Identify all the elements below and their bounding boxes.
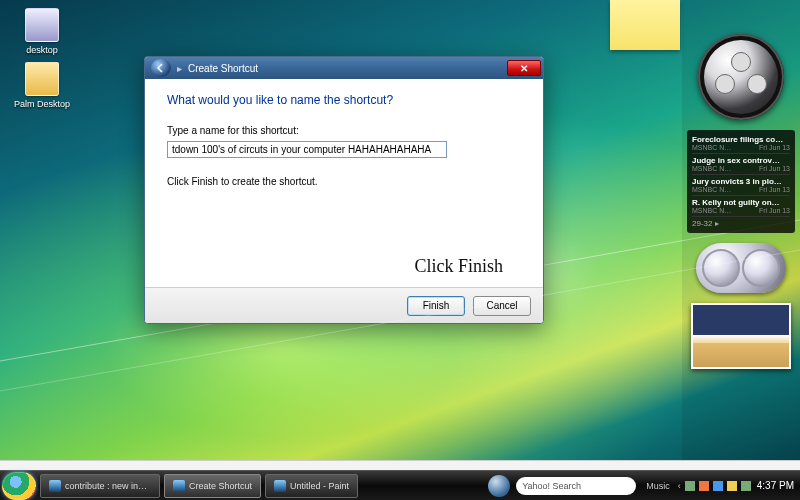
- desktop-icon-palm[interactable]: Palm Desktop: [12, 62, 72, 109]
- taskbar-item-label: Create Shortcut: [189, 481, 252, 491]
- back-button[interactable]: [151, 59, 171, 77]
- taskbar-item[interactable]: contribute : new ins…: [40, 474, 160, 498]
- yahoo-search-input[interactable]: Yahoo! Search: [516, 477, 636, 495]
- create-shortcut-dialog: ▸ Create Shortcut ✕ What would you like …: [144, 56, 544, 324]
- app-icon: [274, 480, 286, 492]
- whitespace-band: [0, 460, 800, 470]
- sidebar: Foreclosure filings co… MSNBC N…Fri Jun …: [682, 0, 800, 460]
- arrow-left-icon: [156, 63, 166, 73]
- shortcut-name-input[interactable]: [167, 141, 447, 158]
- dialog-heading: What would you like to name the shortcut…: [167, 93, 521, 107]
- desktop-icon-desktop[interactable]: desktop: [12, 8, 72, 55]
- titlebar[interactable]: ▸ Create Shortcut ✕: [145, 57, 543, 79]
- app-icon: [49, 480, 61, 492]
- desktop-icon-label: desktop: [12, 45, 72, 55]
- desktop-icon-label: Palm Desktop: [12, 99, 72, 109]
- folder-icon: [25, 8, 59, 42]
- taskbar-clock[interactable]: 4:37 PM: [757, 480, 794, 491]
- feed-headline[interactable]: Foreclosure filings co…: [692, 135, 790, 144]
- handwritten-annotation: Click Finish: [414, 256, 503, 277]
- tray-icon[interactable]: [699, 481, 709, 491]
- field-label: Type a name for this shortcut:: [167, 125, 521, 136]
- feed-headline[interactable]: R. Kelly not guilty on…: [692, 198, 790, 207]
- finish-button[interactable]: Finish: [407, 296, 465, 316]
- cpu-meter-gadget[interactable]: [696, 243, 786, 293]
- feed-item: Judge in sex controv… MSNBC N…Fri Jun 13: [692, 154, 790, 175]
- breadcrumb-sep: ▸: [177, 63, 182, 74]
- cancel-button[interactable]: Cancel: [473, 296, 531, 316]
- app-icon: [25, 62, 59, 96]
- feed-item: Foreclosure filings co… MSNBC N…Fri Jun …: [692, 133, 790, 154]
- close-button[interactable]: ✕: [507, 60, 541, 76]
- feed-headline[interactable]: Jury convicts 3 in plo…: [692, 177, 790, 186]
- taskbar-item[interactable]: Untitled - Paint: [265, 474, 358, 498]
- chevron-left-icon[interactable]: ‹: [678, 481, 681, 491]
- feed-item: R. Kelly not guilty on… MSNBC N…Fri Jun …: [692, 196, 790, 217]
- system-tray: Music ‹: [646, 481, 751, 491]
- dialog-footer: Finish Cancel: [145, 287, 543, 323]
- feed-pager[interactable]: 29-32 ▸: [692, 217, 790, 228]
- close-icon: ✕: [520, 63, 528, 74]
- tray-icon[interactable]: [713, 481, 723, 491]
- hp-advisor-icon[interactable]: [488, 475, 510, 497]
- taskbar-item-label: Untitled - Paint: [290, 481, 349, 491]
- tray-icon[interactable]: [727, 481, 737, 491]
- feed-headline[interactable]: Judge in sex controv…: [692, 156, 790, 165]
- desktop-wallpaper: desktop Palm Desktop Foreclosure filings…: [0, 0, 800, 500]
- dialog-hint: Click Finish to create the shortcut.: [167, 176, 521, 187]
- tray-icon[interactable]: [685, 481, 695, 491]
- app-icon: [173, 480, 185, 492]
- clock-gadget[interactable]: [698, 34, 784, 120]
- taskbar-item[interactable]: Create Shortcut: [164, 474, 261, 498]
- taskbar-item-label: contribute : new ins…: [65, 481, 151, 491]
- taskbar: contribute : new ins… Create Shortcut Un…: [0, 470, 800, 500]
- slideshow-gadget[interactable]: [691, 303, 791, 369]
- tray-volume-icon[interactable]: [741, 481, 751, 491]
- feed-gadget[interactable]: Foreclosure filings co… MSNBC N…Fri Jun …: [687, 130, 795, 233]
- sticky-note[interactable]: [610, 0, 680, 50]
- search-placeholder: Yahoo! Search: [522, 481, 581, 491]
- feed-item: Jury convicts 3 in plo… MSNBC N…Fri Jun …: [692, 175, 790, 196]
- window-title: Create Shortcut: [188, 63, 507, 74]
- tray-music-label[interactable]: Music: [646, 481, 670, 491]
- start-button[interactable]: [2, 472, 36, 500]
